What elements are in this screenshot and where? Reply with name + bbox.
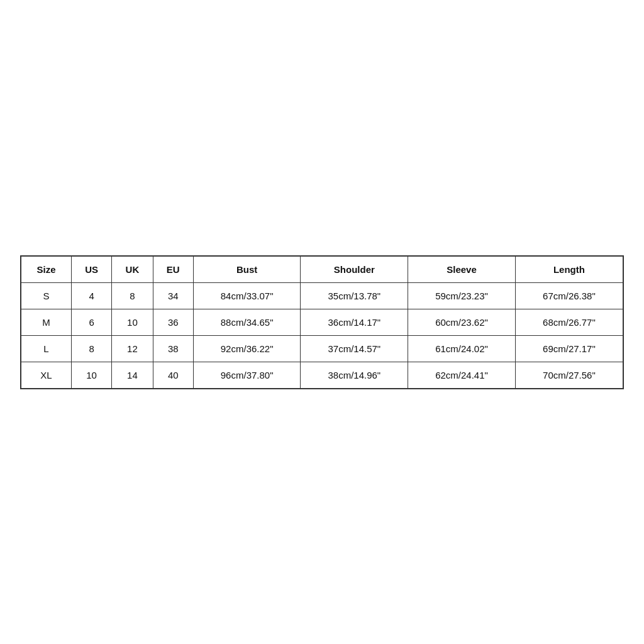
header-sleeve: Sleeve bbox=[408, 256, 516, 283]
header-size: Size bbox=[21, 256, 72, 283]
cell-uk: 8 bbox=[112, 282, 153, 309]
cell-shoulder: 37cm/14.57" bbox=[301, 335, 408, 362]
cell-length: 67cm/26.38" bbox=[515, 282, 623, 309]
table-row: S483484cm/33.07"35cm/13.78"59cm/23.23"67… bbox=[21, 282, 623, 309]
cell-size: XL bbox=[21, 362, 72, 389]
cell-bust: 88cm/34.65" bbox=[193, 309, 301, 335]
table-row: M6103688cm/34.65"36cm/14.17"60cm/23.62"6… bbox=[21, 309, 623, 335]
size-chart-table: Size US UK EU Bust Shoulder Sleeve Lengt… bbox=[20, 255, 624, 389]
cell-shoulder: 36cm/14.17" bbox=[301, 309, 408, 335]
cell-sleeve: 61cm/24.02" bbox=[408, 335, 516, 362]
cell-size: S bbox=[21, 282, 72, 309]
cell-size: M bbox=[21, 309, 72, 335]
header-us: US bbox=[72, 256, 112, 283]
size-chart-container: Size US UK EU Bust Shoulder Sleeve Lengt… bbox=[20, 255, 624, 389]
cell-length: 70cm/27.56" bbox=[515, 362, 623, 389]
cell-eu: 40 bbox=[153, 362, 193, 389]
cell-sleeve: 59cm/23.23" bbox=[408, 282, 516, 309]
header-bust: Bust bbox=[193, 256, 301, 283]
cell-eu: 36 bbox=[153, 309, 193, 335]
cell-bust: 92cm/36.22" bbox=[193, 335, 301, 362]
cell-uk: 10 bbox=[112, 309, 153, 335]
cell-bust: 84cm/33.07" bbox=[193, 282, 301, 309]
cell-us: 10 bbox=[72, 362, 112, 389]
cell-eu: 34 bbox=[153, 282, 193, 309]
table-header-row: Size US UK EU Bust Shoulder Sleeve Lengt… bbox=[21, 256, 623, 283]
table-row: L8123892cm/36.22"37cm/14.57"61cm/24.02"6… bbox=[21, 335, 623, 362]
table-row: XL10144096cm/37.80"38cm/14.96"62cm/24.41… bbox=[21, 362, 623, 389]
cell-us: 4 bbox=[72, 282, 112, 309]
cell-uk: 12 bbox=[112, 335, 153, 362]
cell-size: L bbox=[21, 335, 72, 362]
cell-shoulder: 38cm/14.96" bbox=[301, 362, 408, 389]
cell-shoulder: 35cm/13.78" bbox=[301, 282, 408, 309]
cell-us: 8 bbox=[72, 335, 112, 362]
header-eu: EU bbox=[153, 256, 193, 283]
cell-sleeve: 62cm/24.41" bbox=[408, 362, 516, 389]
cell-sleeve: 60cm/23.62" bbox=[408, 309, 516, 335]
cell-length: 68cm/26.77" bbox=[515, 309, 623, 335]
cell-eu: 38 bbox=[153, 335, 193, 362]
cell-uk: 14 bbox=[112, 362, 153, 389]
cell-length: 69cm/27.17" bbox=[515, 335, 623, 362]
cell-us: 6 bbox=[72, 309, 112, 335]
header-length: Length bbox=[515, 256, 623, 283]
header-uk: UK bbox=[112, 256, 153, 283]
cell-bust: 96cm/37.80" bbox=[193, 362, 301, 389]
header-shoulder: Shoulder bbox=[301, 256, 408, 283]
